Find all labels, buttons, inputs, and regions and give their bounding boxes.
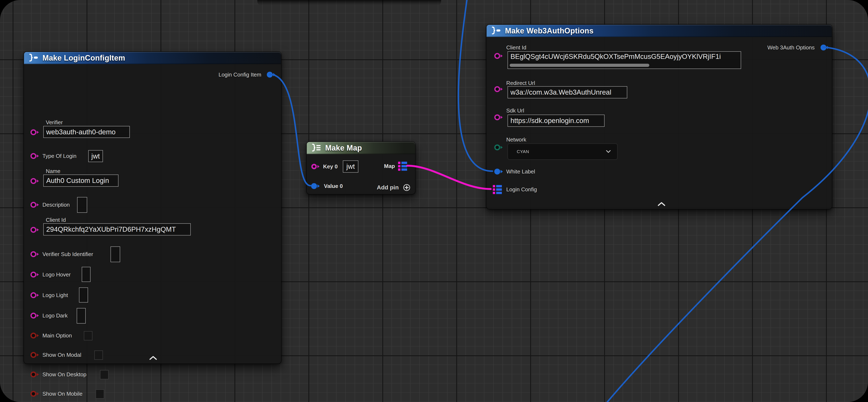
pin-label-type-of-login: Type Of Login [42,153,76,159]
client-id-horizontal-scrollbar[interactable] [509,64,649,67]
pin-verifier-sub-identifier-string[interactable] [30,250,39,258]
pin-client-id-string[interactable] [30,226,39,234]
pin-name-string[interactable] [30,177,39,185]
pin-description-string[interactable] [30,201,39,209]
node-header-make-map[interactable]: Make Map [307,142,415,154]
logo-light-input[interactable] [79,287,88,303]
wire-makemap-map-to-loginconfig[interactable] [407,166,491,189]
show-on-mobile-checkbox[interactable] [96,390,104,399]
pin-label-login-config-item-output: Login Config Item [218,71,261,78]
pin-label-show-on-desktop: Show On Desktop [42,371,87,378]
pin-label-redirect-url: Redirect Url [506,80,535,86]
pin-map-output-map[interactable] [398,162,407,170]
pin-label-show-on-mobile: Show On Mobile [42,391,83,397]
offscreen-node-shadow [257,0,441,5]
pin-label-network: Network [506,137,526,143]
pin-label-sdk-url: Sdk Url [506,108,524,114]
pin-label-show-on-modal: Show On Modal [42,352,81,358]
pin-value-0-struct[interactable] [310,182,320,190]
node-make-loginconfigitem[interactable]: Make LoginConfigItem Verifier web3auth-a… [24,52,281,364]
verifier-input[interactable]: web3auth-auth0-demo [43,126,130,138]
pin-label-main-option: Main Option [42,333,72,339]
collapse-node-chevron-icon[interactable] [657,202,666,207]
client-id-text: BEglQSgt4cUWcj6SKRdu5QkOXTsePmMcusG5EAoy… [510,53,721,61]
pin-label-white-label: White Label [506,168,535,175]
node-title: Make LoginConfigItem [42,54,125,62]
chevron-down-icon [606,149,611,154]
pin-label-logo-hover: Logo Hover [42,271,70,278]
network-dropdown-value: CYAN [517,149,529,154]
key-0-input[interactable]: jwt [343,161,359,173]
pin-type-of-login-string[interactable] [30,152,39,160]
node-header-make-web3authoptions[interactable]: Make Web3AuthOptions [487,25,832,37]
pin-main-option-bool[interactable] [30,332,39,340]
pin-logo-hover-string[interactable] [30,270,39,279]
pin-web3auth-options-output-struct[interactable] [820,43,830,52]
node-title: Make Web3AuthOptions [505,27,593,35]
node-title: Make Map [325,144,362,152]
pin-label-client-id: Client Id [506,45,526,51]
pin-show-on-modal-bool[interactable] [30,351,39,359]
node-make-map[interactable]: Make Map Key 0 jwt Map Value 0 Add pin [306,142,415,195]
pin-label-login-config: Login Config [506,186,537,193]
add-pin-button-label[interactable]: Add pin [377,184,399,191]
pin-label-name: Name [46,168,60,174]
pin-login-config-item-output-struct[interactable] [266,70,276,79]
pin-label-client-id: Client Id [46,217,66,223]
main-option-checkbox[interactable] [84,331,92,340]
verifier-sub-identifier-input[interactable] [111,247,120,262]
show-on-desktop-checkbox[interactable] [100,370,108,379]
client-id-input[interactable]: 294QRkchfq2YaXUbPri7D6PH7xzHgQMT [43,223,191,235]
pin-logo-dark-string[interactable] [30,311,39,320]
make-struct-icon [28,53,39,63]
pin-sdk-url-string[interactable] [494,113,503,121]
pin-label-verifier: Verifier [46,119,63,125]
pin-label-description: Description [42,202,70,208]
collapse-node-chevron-icon[interactable] [149,355,157,361]
show-on-modal-checkbox[interactable] [94,350,103,360]
pin-label-map-output: Map [384,163,395,169]
pin-logo-light-string[interactable] [30,291,39,299]
sdk-url-input[interactable]: https://sdk.openlogin.com [507,115,604,127]
pin-label-web3auth-options-output: Web 3Auth Options [767,45,815,51]
network-dropdown[interactable]: CYAN [507,143,618,160]
blueprint-graph-canvas[interactable]: Make LoginConfigItem Verifier web3auth-a… [0,0,868,402]
pin-label-logo-light: Logo Light [42,292,68,298]
add-pin-plus-icon[interactable] [403,183,411,192]
pin-label-key-0: Key 0 [323,163,338,170]
pin-white-label-struct[interactable] [494,167,503,176]
pin-show-on-desktop-bool[interactable] [30,370,39,379]
type-of-login-input[interactable]: jwt [88,150,103,162]
node-make-web3authoptions[interactable]: Make Web3AuthOptions Client Id BEglQSgt4… [486,24,832,209]
pin-client-id-string[interactable] [494,52,503,60]
pin-network-enum[interactable] [494,143,503,151]
make-struct-icon [491,26,502,35]
pin-login-config-map[interactable] [493,185,502,193]
client-id-input[interactable]: BEglQSgt4cUWcj6SKRdu5QkOXTsePmMcusG5EAoy… [507,51,741,69]
redirect-url-input[interactable]: w3a://com.w3a.Web3AuthUnreal [507,86,627,98]
pin-verifier-string[interactable] [30,128,39,137]
pin-key-0-string[interactable] [310,162,320,171]
logo-hover-input[interactable] [82,267,91,282]
pin-redirect-url-string[interactable] [494,85,503,93]
pin-label-verifier-sub-identifier: Verifier Sub Identifier [42,251,93,257]
node-header-make-loginconfigitem[interactable]: Make LoginConfigItem [24,52,281,64]
name-input[interactable]: Auth0 Custom Login [43,174,119,187]
make-map-icon [311,143,322,153]
pin-show-on-mobile-bool[interactable] [30,390,39,398]
logo-dark-input[interactable] [77,308,86,323]
pin-label-value-0: Value 0 [324,183,343,189]
description-input[interactable] [77,197,87,213]
pin-label-logo-dark: Logo Dark [42,312,68,319]
